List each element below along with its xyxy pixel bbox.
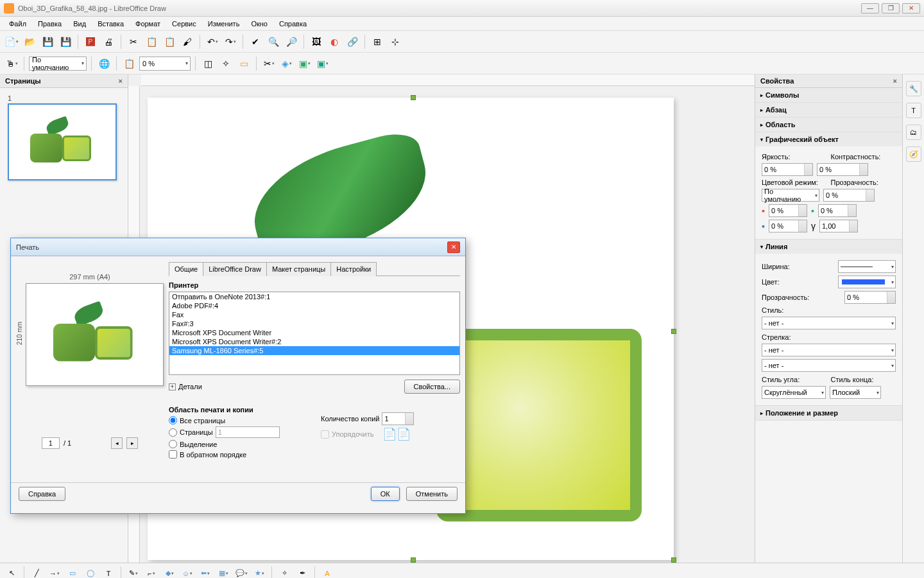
- copies-input[interactable]: 1: [382, 412, 414, 425]
- format-paint-button[interactable]: 🖌: [180, 34, 195, 49]
- printer-item[interactable]: Microsoft XPS Document Writer: [169, 328, 459, 337]
- printer-item[interactable]: Adobe PDF#:4: [169, 301, 459, 310]
- glue-tool[interactable]: ✒: [295, 566, 310, 579]
- save-button[interactable]: 💾: [40, 34, 55, 49]
- arrow-end-combo[interactable]: - нет -: [762, 359, 896, 372]
- menu-modify[interactable]: Изменить: [203, 19, 245, 29]
- ok-button[interactable]: ОК: [371, 487, 400, 501]
- page-input[interactable]: [42, 437, 60, 449]
- cancel-button[interactable]: Отменить: [406, 487, 458, 501]
- section-graphic[interactable]: ▾Графический объект: [755, 132, 902, 146]
- symbol-shapes-tool[interactable]: ☺▾: [180, 566, 195, 579]
- printer-item[interactable]: Отправить в OneNote 2013#:1: [169, 292, 459, 301]
- corner-combo[interactable]: Скруглённый: [762, 386, 826, 399]
- green-input[interactable]: 0 %: [818, 204, 857, 217]
- transparency-input[interactable]: 0 %: [823, 189, 875, 202]
- cap-combo[interactable]: Плоский: [830, 386, 881, 399]
- style-combo[interactable]: По умолчанию: [29, 57, 87, 71]
- menu-format[interactable]: Формат: [130, 19, 166, 29]
- points-tool[interactable]: ✧: [277, 566, 292, 579]
- menu-edit[interactable]: Правка: [33, 19, 67, 29]
- section-line[interactable]: ▾Линия: [755, 240, 902, 254]
- flowchart-tool[interactable]: ▦▾: [216, 566, 231, 579]
- minimize-button[interactable]: —: [861, 3, 879, 13]
- radio-selection[interactable]: [169, 440, 177, 448]
- printer-list[interactable]: Отправить в OneNote 2013#:1Adobe PDF#:4F…: [169, 292, 460, 375]
- redo-button[interactable]: ↷▾: [223, 34, 238, 49]
- arrow-start-combo[interactable]: - нет -: [762, 344, 896, 356]
- pages-input[interactable]: [216, 426, 280, 438]
- align-button[interactable]: ◈▾: [279, 56, 295, 71]
- edit-points-button[interactable]: 🌐: [96, 56, 112, 71]
- pointer-tool[interactable]: ↖: [4, 566, 19, 579]
- section-symbols[interactable]: ▸Символы: [755, 88, 902, 102]
- menu-help[interactable]: Справка: [274, 19, 312, 29]
- checkbox-reverse[interactable]: [169, 450, 177, 459]
- line-style-combo[interactable]: - нет -: [762, 317, 896, 329]
- pages-close-icon[interactable]: ×: [119, 77, 123, 85]
- zoom-button[interactable]: 🔍: [266, 34, 281, 49]
- tab-options[interactable]: Настройки: [330, 262, 377, 276]
- printer-item[interactable]: Fax: [169, 310, 459, 319]
- stars-tool[interactable]: ★▾: [252, 566, 267, 579]
- tab-general[interactable]: Общие: [169, 262, 203, 276]
- connector-tool[interactable]: ⌐▾: [144, 566, 159, 579]
- basic-shapes-tool[interactable]: ◆▾: [162, 566, 177, 579]
- line-color-combo[interactable]: [838, 276, 896, 288]
- print-button[interactable]: 🖨: [101, 34, 116, 49]
- tab-layout[interactable]: Макет страницы: [266, 262, 331, 276]
- block-arrows-tool[interactable]: ⬅▾: [198, 566, 213, 579]
- pdf-button[interactable]: 🅿: [83, 34, 98, 49]
- properties-tab-icon[interactable]: 🔧: [906, 81, 921, 96]
- gamma-input[interactable]: 1,00: [819, 220, 858, 232]
- fontwork-tool[interactable]: A: [320, 566, 335, 579]
- effects-button[interactable]: ✂▾: [261, 56, 277, 71]
- crop-button[interactable]: ◫: [200, 56, 216, 71]
- line-tool[interactable]: ╱: [29, 566, 44, 579]
- cut-button[interactable]: ✂: [126, 34, 141, 49]
- styles-tab-icon[interactable]: T: [906, 103, 921, 118]
- menu-view[interactable]: Вид: [68, 19, 91, 29]
- distribute-button[interactable]: ▣▾: [315, 56, 330, 71]
- gallery-tab-icon[interactable]: 🗂: [906, 125, 921, 140]
- section-position[interactable]: ▸Положение и размер: [755, 406, 902, 420]
- chart-button[interactable]: ◐: [327, 34, 342, 49]
- menu-file[interactable]: Файл: [4, 19, 31, 29]
- prev-page-button[interactable]: ◂: [111, 437, 123, 449]
- percent-combo[interactable]: 0 %: [139, 57, 191, 71]
- details-expander[interactable]: +Детали: [169, 383, 202, 390]
- maximize-button[interactable]: ❐: [882, 3, 900, 13]
- contrast-input[interactable]: 0 %: [817, 163, 868, 176]
- curve-tool[interactable]: ✎▾: [126, 566, 141, 579]
- tab-draw[interactable]: LibreOffice Draw: [203, 262, 267, 276]
- saveas-button[interactable]: 💾: [58, 34, 73, 49]
- line-transp-input[interactable]: 0 %: [844, 291, 896, 304]
- page-thumbnail[interactable]: 1: [8, 94, 120, 180]
- next-page-button[interactable]: ▸: [126, 437, 138, 449]
- menu-window[interactable]: Окно: [246, 19, 273, 29]
- arrow-tool[interactable]: →▾: [47, 566, 62, 579]
- help-button[interactable]: Справка: [19, 487, 65, 501]
- shadow-button[interactable]: ▭: [236, 56, 252, 71]
- printer-item[interactable]: Fax#:3: [169, 319, 459, 328]
- printer-item[interactable]: Microsoft XPS Document Writer#:2: [169, 337, 459, 346]
- printer-item[interactable]: Samsung ML-1860 Series#:5: [169, 346, 459, 355]
- paste-button[interactable]: 📋: [162, 34, 177, 49]
- menu-tools[interactable]: Сервис: [167, 19, 201, 29]
- select-tool[interactable]: 🖱▾: [4, 56, 19, 71]
- guides-button[interactable]: ⊹: [388, 34, 403, 49]
- radio-pages[interactable]: [169, 428, 177, 437]
- image-button[interactable]: 🖼: [309, 34, 324, 49]
- navigator-button[interactable]: 🔎: [284, 34, 299, 49]
- section-area[interactable]: ▸Область: [755, 118, 902, 132]
- undo-button[interactable]: ↶▾: [205, 34, 220, 49]
- section-paragraph[interactable]: ▸Абзац: [755, 103, 902, 117]
- colormode-combo[interactable]: По умолчанию: [762, 189, 819, 202]
- blue-input[interactable]: 0 %: [769, 220, 807, 232]
- text-tool[interactable]: T: [101, 566, 116, 579]
- arrange-button[interactable]: ▣▾: [297, 56, 312, 71]
- copy-button[interactable]: 📋: [144, 34, 159, 49]
- line-width-combo[interactable]: [838, 260, 896, 273]
- spellcheck-button[interactable]: ✔: [248, 34, 263, 49]
- radio-all-pages[interactable]: [169, 416, 177, 425]
